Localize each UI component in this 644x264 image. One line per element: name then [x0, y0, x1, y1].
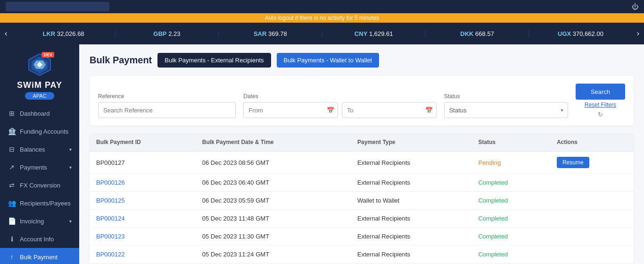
sidebar-item-label: Account Info: [20, 236, 54, 243]
payment-id-link[interactable]: BP000125: [96, 197, 125, 204]
reference-group: Reference: [98, 93, 236, 118]
power-icon[interactable]: ⏻: [632, 3, 638, 10]
payment-id-link[interactable]: BP000122: [96, 251, 125, 258]
currency-item-ugx: UGX 370,662.00: [529, 30, 632, 37]
sidebar-item-fx-conversion[interactable]: ⇄ FX Conversion: [0, 176, 79, 194]
actions-cell: [550, 210, 634, 228]
table-row: BP00012706 Dec 2023 08:56 GMTExternal Re…: [90, 152, 634, 174]
reference-label: Reference: [98, 93, 236, 100]
col-payment-type: Payment Type: [351, 133, 471, 152]
top-bar-title: [6, 2, 109, 11]
currency-code: LKR: [42, 30, 55, 37]
sidebar-item-balances[interactable]: ⊟ Balances ▾: [0, 140, 79, 158]
balances-icon: ⊟: [8, 145, 16, 153]
sidebar-item-label: Funding Accounts: [20, 128, 68, 135]
payment-datetime-cell: 05 Dec 2023 11:24 GMT: [196, 246, 351, 264]
fx-conversion-icon: ⇄: [8, 181, 16, 189]
page-header: Bulk Payment Bulk Payments - External Re…: [90, 53, 634, 68]
payment-datetime-cell: 05 Dec 2023 11:30 GMT: [196, 228, 351, 246]
reset-filters-link[interactable]: Reset Filters: [585, 102, 616, 108]
main-content: Bulk Payment Bulk Payments - External Re…: [79, 44, 644, 264]
status-select[interactable]: StatusPendingCompletedFailed: [444, 102, 568, 118]
sidebar-item-label: Bulk Payment: [20, 254, 58, 261]
dates-label: Dates: [243, 93, 436, 100]
sidebar-item-label: Invoicing: [20, 218, 44, 225]
currency-code: GBP: [153, 30, 166, 37]
account-info-icon: ℹ: [8, 235, 16, 243]
currency-code: DKK: [460, 30, 473, 37]
payments-icon: ↗: [8, 163, 16, 171]
to-date-input[interactable]: [342, 102, 437, 118]
payment-id-cell[interactable]: BP000123: [90, 228, 196, 246]
payment-datetime-cell: 06 Dec 2023 08:56 GMT: [196, 152, 351, 174]
payment-id-link[interactable]: BP000126: [96, 179, 125, 186]
payment-type-cell: External Recipients: [351, 152, 471, 174]
status-cell: Completed: [471, 210, 550, 228]
sidebar-item-payments[interactable]: ↗ Payments ▾: [0, 158, 79, 176]
refresh-icon[interactable]: ↻: [598, 111, 603, 118]
actions-cell: [550, 246, 634, 264]
search-button[interactable]: Search: [576, 84, 625, 100]
filter-section: Reference Dates 📅 📅: [90, 76, 634, 126]
payment-id-cell[interactable]: BP000122: [90, 246, 196, 264]
sidebar: DEV SWiM PAY APAC ⊞ Dashboard 🏦 Funding …: [0, 44, 79, 264]
sidebar-item-label: FX Conversion: [20, 182, 60, 189]
status-cell: Pending: [471, 152, 550, 174]
status-group: Status StatusPendingCompletedFailed ▼: [444, 93, 568, 118]
tab-wallet-to-wallet[interactable]: Bulk Payments - Wallet to Wallet: [277, 53, 380, 68]
payment-id-cell: BP000127: [90, 152, 196, 174]
tab-external-recipients[interactable]: Bulk Payments - External Recipients: [157, 53, 271, 68]
payment-datetime-cell: 06 Dec 2023 06:40 GMT: [196, 174, 351, 192]
top-bar: ⏻: [0, 0, 644, 13]
sidebar-item-recipients-payees[interactable]: 👥 Recipients/Payees: [0, 194, 79, 212]
bulk-payment-table: Bulk Payment IDBulk Payment Date & TimeP…: [90, 133, 634, 264]
col-actions: Actions: [550, 133, 634, 152]
table-row: BP00012606 Dec 2023 06:40 GMTExternal Re…: [90, 174, 634, 192]
actions-cell: [550, 228, 634, 246]
sidebar-item-invoicing[interactable]: 📄 Invoicing ▾: [0, 212, 79, 230]
table-row: BP00012506 Dec 2023 05:59 GMTWallet to W…: [90, 192, 634, 210]
sidebar-item-account-info[interactable]: ℹ Account Info: [0, 230, 79, 248]
sidebar-item-funding-accounts[interactable]: 🏦 Funding Accounts: [0, 122, 79, 140]
sidebar-item-label: Recipients/Payees: [20, 200, 71, 207]
bulk-payment-icon: ↑: [8, 253, 16, 261]
payment-type-cell: Wallet to Wallet: [351, 192, 471, 210]
currency-code: CNY: [355, 30, 367, 37]
payment-id-link[interactable]: BP000124: [96, 215, 125, 222]
col-bulk-payment-id: Bulk Payment ID: [90, 133, 196, 152]
currency-item-cny: CNY 1,629.61: [322, 30, 426, 37]
actions-cell[interactable]: Resume: [550, 152, 634, 174]
reference-input[interactable]: [98, 102, 236, 118]
payment-id-cell[interactable]: BP000126: [90, 174, 196, 192]
page-title: Bulk Payment: [90, 55, 152, 66]
status-cell: Completed: [471, 246, 550, 264]
invoicing-icon: 📄: [8, 217, 16, 225]
sidebar-item-bulk-payment[interactable]: ↑ Bulk Payment: [0, 248, 79, 264]
currency-item-dkk: DKK 668.57: [426, 30, 529, 37]
payment-id-cell[interactable]: BP000124: [90, 210, 196, 228]
to-date-wrap: 📅: [342, 102, 437, 118]
payment-id-cell[interactable]: BP000125: [90, 192, 196, 210]
col-status: Status: [471, 133, 550, 152]
currency-next-arrow[interactable]: ›: [632, 29, 644, 38]
table-row: BP00012305 Dec 2023 11:30 GMTExternal Re…: [90, 228, 634, 246]
chevron-down-icon: ▾: [69, 147, 72, 152]
funding-accounts-icon: 🏦: [8, 128, 16, 135]
sidebar-item-label: Dashboard: [20, 110, 50, 117]
sidebar-item-label: Payments: [20, 164, 47, 171]
from-date-input[interactable]: [243, 102, 338, 118]
sidebar-item-dashboard[interactable]: ⊞ Dashboard: [0, 104, 79, 122]
chevron-down-icon: ▾: [69, 219, 72, 224]
resume-button[interactable]: Resume: [557, 157, 589, 168]
logo-sub: APAC: [25, 92, 54, 100]
currency-code: UGX: [558, 30, 571, 37]
status-cell: Completed: [471, 174, 550, 192]
col-bulk-payment-date-&-time: Bulk Payment Date & Time: [196, 133, 351, 152]
payment-type-cell: External Recipients: [351, 228, 471, 246]
logo-icon: DEV: [27, 52, 52, 77]
currency-prev-arrow[interactable]: ‹: [0, 29, 12, 38]
currency-code: SAR: [254, 30, 266, 37]
currency-item-lkr: LKR 32,026.68: [12, 30, 115, 37]
payment-id-link[interactable]: BP000123: [96, 233, 125, 240]
currency-item-gbp: GBP 2.23: [116, 30, 219, 37]
